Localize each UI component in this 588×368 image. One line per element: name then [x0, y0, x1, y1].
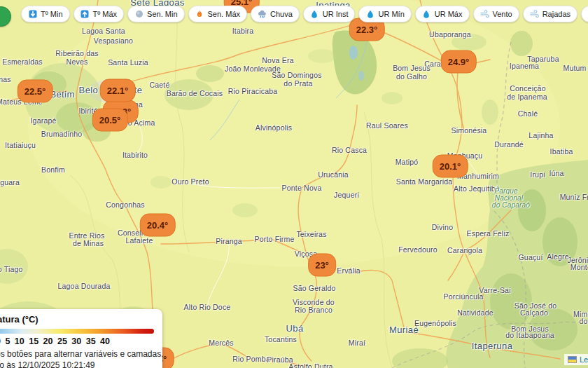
toolbar-button-rajadas-max[interactable]: Rajadas Max [581, 6, 588, 22]
place-label-irupi: Irupi [530, 170, 545, 179]
temperature-marker[interactable]: 22.1° [100, 79, 136, 102]
temperature-marker[interactable]: 24.9° [441, 50, 477, 74]
place-label-monteiro: Monteiro [570, 263, 588, 271]
toolbar-button-label: Vento [493, 10, 512, 18]
place-label-de-ipanema: de Ipanema [507, 93, 547, 101]
toolbar-button-ur-min[interactable]: UR Mín [358, 6, 411, 22]
place-label-santa-margarida: Santa Margarida [396, 177, 453, 186]
place-label-bom-jesus: Bom Jesus [393, 64, 430, 72]
place-label-alegre: Alegre [547, 252, 569, 261]
temperature-marker[interactable]: 20.5° [92, 109, 128, 132]
water-drop-icon [422, 10, 431, 18]
place-label-itaperuna: Itaperuna [472, 341, 513, 351]
toolbar-button-ur-inst[interactable]: UR Inst [303, 6, 356, 22]
temp-up-icon [80, 10, 90, 18]
map-attribution: Leaflet [564, 354, 588, 365]
place-label-nas: nas [0, 75, 11, 83]
toolbar-button-chuva[interactable]: Chuva [251, 6, 300, 22]
place-label-guacui: Guaçuí [518, 253, 542, 261]
place-label-divino: Divino [432, 223, 453, 231]
toolbar-button-sen-min[interactable]: Sen. Min [127, 6, 184, 22]
place-label-de-minas: de Minas [73, 239, 104, 247]
place-label-ribeirao-das: Ribeirão das [55, 49, 98, 57]
temp-down-icon [28, 10, 37, 18]
place-label-merces: Mercês [209, 339, 234, 347]
place-label-vespasiano: Vespasiano [94, 36, 133, 45]
place-label-do-sul: do Sul [580, 317, 588, 325]
water-drop-icon [310, 10, 319, 18]
toolbar-button-vento[interactable]: Vento [473, 6, 519, 22]
legend-title: Temperatura (°C) [0, 315, 154, 325]
place-label-rio-piracicaba: Rio Piracicaba [228, 87, 278, 95]
temperature-marker[interactable]: 23° [308, 254, 336, 277]
toolbar-button-label: UR Inst [323, 10, 349, 18]
place-label-do-prata: do Prata [284, 79, 312, 88]
temperature-marker[interactable]: 20.1° [433, 155, 468, 178]
water-drop-icon [365, 10, 374, 18]
place-label-lajinha: Lajinha [528, 131, 553, 139]
toolbar-button-label: Chuva [270, 10, 293, 18]
thermal-sphere-icon [134, 10, 144, 18]
toolbar-button-label: UR Mín [378, 10, 404, 18]
place-label-simonesia: Simonésia [451, 126, 487, 135]
place-label-teixeiras: Teixeiras [296, 230, 326, 238]
weather-map[interactable]: Sete LagoasIpatingaPocraneLagoa SantaIta… [0, 0, 588, 368]
place-label-conceicao: Conceição [510, 84, 545, 93]
place-label-tocantins: Tocantins [265, 335, 297, 343]
place-label-piranga: Piranga [216, 237, 242, 245]
place-label-do-galho: do Galho [396, 72, 427, 81]
place-label-jequeri: Jequeri [334, 191, 359, 199]
toolbar-button-label: Tº Máx [93, 10, 118, 18]
place-label-chale: Chalé [518, 109, 538, 118]
toolbar-button-label: Rajadas [542, 10, 570, 18]
place-label-varre-sai: Varre-Sai [479, 286, 510, 294]
place-label-porciuncula: Porciúncula [443, 292, 483, 301]
place-label-itabirito: Itabirito [122, 151, 148, 159]
place-label-calcado: Calçado [520, 308, 548, 317]
place-label-mirai: Miraí [349, 339, 365, 347]
place-label-santa-luzia: Santa Luzia [108, 58, 148, 67]
place-label-neves: Neves [66, 57, 88, 66]
place-label-ouro-preto: Ouro Preto [172, 177, 209, 186]
place-label-igarape: Igarapé [30, 116, 56, 125]
place-label-brumadinho: Brumadinho [41, 130, 83, 138]
wind-icon [530, 10, 539, 18]
place-label-muniz-freire: Muniz Freire [560, 193, 588, 201]
legend-updated-timestamp: Atualizado às 12/10/2025 10:21:49 [0, 360, 154, 368]
place-label-rio-casca: Rio Casca [332, 146, 367, 154]
place-label-eugenopolis: Eugenópolis [414, 319, 456, 327]
legend-panel: Temperatura (°C) 0 5 10 15 20 25 30 35 4… [0, 309, 162, 368]
place-label-betim: Betim [50, 89, 74, 100]
place-label-itabira: Itabira [232, 27, 254, 35]
temperature-marker[interactable]: 20.4° [140, 214, 176, 237]
place-label-ponte-nova: Ponte Nova [282, 184, 322, 192]
place-label-ubaporanga: Ubaporanga [429, 30, 471, 39]
place-label-do-itabapoana: do Itabapoana [505, 331, 554, 339]
place-label-sao-tiago: São Tiago [0, 265, 23, 273]
place-label-mutum: Mutum [563, 64, 586, 72]
place-label-itaguara: Itaguara [0, 178, 20, 186]
place-label-congonhas: Congonhas [106, 200, 145, 209]
place-label-fervedouro: Fervedouro [398, 245, 438, 254]
layer-toolbar: Tº MinTº MáxSen. MinSen. MáxChuvaUR Inst… [0, 6, 588, 22]
toolbar-button-rajadas[interactable]: Rajadas [523, 6, 578, 22]
leaflet-link[interactable]: Leaflet [580, 355, 588, 364]
place-label-astolfo-dutra: Astolfo Dutra [288, 362, 332, 368]
temperature-marker[interactable]: 22.5° [18, 80, 53, 103]
place-label-rio-branco: Rio Branco [295, 306, 332, 314]
toolbar-button-sen-max[interactable]: Sen. Máx [188, 6, 247, 22]
place-label-bonfim: Bonfim [41, 165, 65, 174]
toolbar-button-ur-max[interactable]: UR Máx [415, 6, 470, 22]
place-label-esmeraldas: Esmeraldas [2, 57, 42, 66]
place-label-do-caparao: do Caparaó [492, 201, 530, 209]
place-label-lagoa-santa: Lagoa Santa [82, 27, 125, 35]
place-label-muriae: Muriaé [389, 325, 419, 335]
place-label-nova-era: Nova Era [262, 56, 293, 64]
wind-icon [480, 10, 489, 18]
rain-cloud-icon [258, 10, 267, 18]
legend-gradient-bar [0, 329, 154, 334]
toolbar-button-t-min[interactable]: Tº Min [21, 6, 70, 22]
place-label-alto-rio-doce: Alto Rio Doce [184, 303, 231, 311]
flame-icon [195, 10, 204, 18]
toolbar-button-t-max[interactable]: Tº Máx [74, 6, 125, 22]
